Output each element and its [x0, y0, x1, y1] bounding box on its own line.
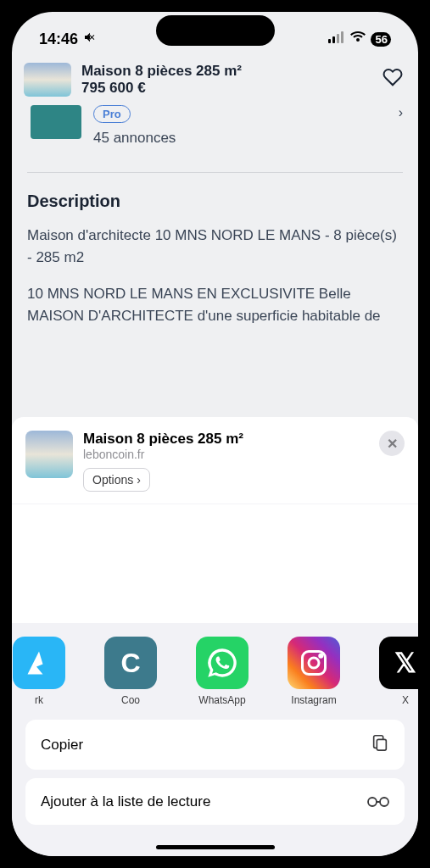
svg-point-9: [380, 798, 388, 806]
airdrop-area[interactable]: [12, 504, 418, 623]
share-app-x[interactable]: 𝕏 X: [368, 637, 418, 706]
options-button[interactable]: Options ›: [83, 468, 150, 492]
svg-rect-1: [332, 36, 335, 43]
share-app-coo[interactable]: C Coo: [93, 637, 168, 706]
share-app-instagram[interactable]: Instagram: [276, 637, 351, 706]
divider: [27, 172, 403, 173]
spark-icon: [13, 637, 65, 689]
app-label: Instagram: [291, 694, 336, 706]
share-header: Maison 8 pièces 285 m² leboncoin.fr Opti…: [12, 417, 418, 504]
description-heading: Description: [27, 192, 403, 211]
whatsapp-icon: [196, 637, 249, 689]
app-label: Coo: [121, 694, 140, 706]
svg-rect-7: [377, 739, 386, 750]
listing-header-text: Maison 8 pièces 285 m² 795 600 €: [81, 63, 369, 97]
content-area: Pro 45 annonces › Description Maison d'a…: [12, 105, 418, 326]
share-action-list: Copier Ajouter à la liste de lecture: [12, 720, 418, 856]
svg-rect-2: [337, 34, 339, 43]
seller-logo: [31, 105, 81, 139]
listing-header: Maison 8 pièces 285 m² 795 600 €: [12, 58, 418, 105]
listing-price: 795 600 €: [81, 80, 369, 97]
listing-thumbnail[interactable]: [24, 63, 71, 97]
share-sheet: Maison 8 pièces 285 m² leboncoin.fr Opti…: [12, 417, 418, 856]
status-time: 14:46: [39, 31, 78, 48]
pro-badge: Pro: [93, 105, 131, 123]
signal-icon: [328, 31, 345, 47]
share-info: Maison 8 pièces 285 m² leboncoin.fr Opti…: [83, 431, 369, 492]
battery-level: 56: [376, 33, 388, 46]
seller-listing-count: 45 annonces: [93, 130, 387, 147]
x-icon: 𝕏: [379, 637, 418, 689]
share-app-row: rk C Coo WhatsApp Instagram: [12, 623, 418, 720]
close-icon: ✕: [387, 436, 398, 452]
wifi-icon: [350, 31, 366, 47]
favorite-button[interactable]: [379, 64, 406, 96]
notch: [156, 15, 275, 46]
instagram-icon: [288, 637, 340, 689]
copy-label: Copier: [41, 737, 83, 754]
home-indicator[interactable]: [156, 845, 275, 849]
listing-title: Maison 8 pièces 285 m²: [81, 63, 369, 80]
glasses-icon: [367, 792, 389, 811]
battery-indicator: 56: [371, 32, 391, 47]
reading-list-label: Ajouter à la liste de lecture: [41, 793, 210, 810]
share-app-whatsapp[interactable]: WhatsApp: [185, 637, 260, 706]
share-domain: leboncoin.fr: [83, 448, 369, 461]
chevron-right-icon: ›: [399, 105, 403, 120]
phone-frame: 14:46 56 Maison 8 pièces 285 m²: [0, 0, 430, 868]
svg-point-6: [320, 654, 322, 657]
svg-rect-0: [328, 39, 331, 43]
close-button[interactable]: ✕: [379, 431, 405, 456]
app-label: WhatsApp: [198, 694, 245, 706]
svg-rect-3: [341, 31, 343, 43]
description-text-2: 10 MNS NORD LE MANS EN EXCLUSIVITE Belle…: [27, 283, 403, 326]
chevron-right-icon: ›: [137, 473, 141, 487]
options-label: Options: [92, 473, 133, 487]
svg-point-8: [368, 798, 377, 806]
share-thumbnail: [25, 431, 73, 478]
seller-meta: Pro 45 annonces: [93, 105, 387, 147]
mute-icon: [83, 31, 97, 48]
reading-list-action[interactable]: Ajouter à la liste de lecture: [25, 778, 405, 825]
share-title: Maison 8 pièces 285 m²: [83, 431, 369, 448]
share-app-spark[interactable]: rk: [12, 637, 76, 706]
seller-card[interactable]: Pro 45 annonces ›: [27, 105, 403, 157]
description-text-1: Maison d'architecte 10 MNS NORD LE MANS …: [27, 225, 403, 268]
copy-action[interactable]: Copier: [25, 720, 405, 770]
copy-icon: [371, 733, 389, 756]
app-label: rk: [35, 694, 43, 706]
status-right: 56: [328, 31, 391, 47]
svg-point-5: [309, 658, 319, 668]
app-label: X: [402, 694, 409, 706]
status-left: 14:46: [39, 31, 97, 48]
coo-icon: C: [104, 637, 157, 689]
phone-screen: 14:46 56 Maison 8 pièces 285 m²: [12, 12, 418, 856]
